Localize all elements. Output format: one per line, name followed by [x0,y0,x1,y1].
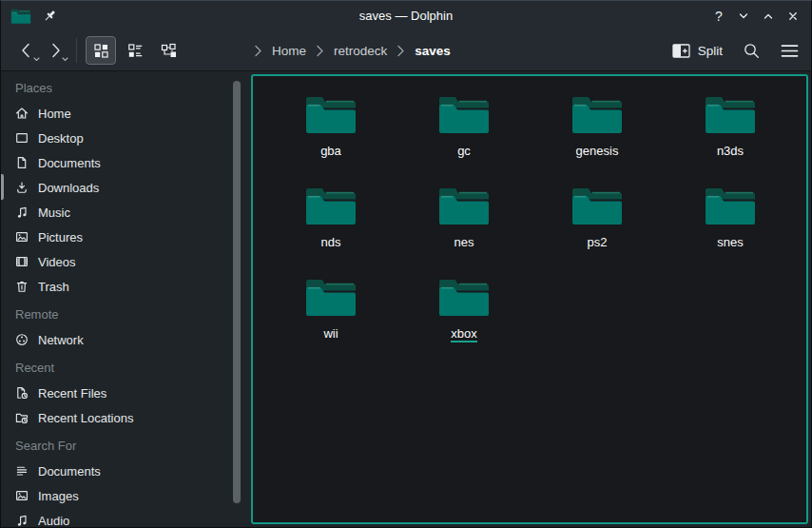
dolphin-window: saves — Dolphin ? [0,0,812,528]
folder-view[interactable]: gbagcgenesisn3dsndsnesps2sneswiixbox [251,74,808,524]
folder-grid: gbagcgenesisn3dsndsnesps2sneswiixbox [264,91,801,365]
sidebar-item-desktop[interactable]: Desktop [1,126,251,150]
folder-nds[interactable]: nds [264,183,397,274]
sidebar-item-videos[interactable]: Videos [1,249,251,274]
folder-gba[interactable]: gba [264,91,397,183]
icons-view-button[interactable] [86,36,116,65]
folder-icon [570,91,624,135]
folder-label: genesis [576,144,619,158]
sidebar-item-label: Images [38,489,79,503]
folder-icon [437,274,491,318]
folder-label: nds [321,235,341,249]
sidebar-item-label: Pictures [38,230,83,244]
folder-wii[interactable]: wii [264,274,397,365]
sidebar-item-label: Trash [38,280,69,294]
split-label: Split [698,44,723,58]
places-list: PlacesHomeDesktopDocumentsDownloadsMusic… [1,72,251,527]
music-icon [14,205,29,220]
folder-icon [304,274,358,318]
folder-icon [570,183,624,226]
breadcrumb-current[interactable]: saves [415,44,451,58]
sidebar-item-recent-files[interactable]: Recent Files [1,381,251,405]
folder-label: gc [457,144,471,158]
sidebar-item-network[interactable]: Network [1,327,251,352]
close-button[interactable] [781,4,805,29]
sidebar-item-label: Home [38,107,71,121]
folder-label: nes [454,235,474,249]
window-title: saves — Dolphin [1,1,811,30]
folder-snes[interactable]: snes [664,183,797,274]
forward-button[interactable] [41,36,69,65]
section-header-remote: Remote [1,303,251,327]
section-header-places: Places [1,76,251,101]
section-header-search-for: Search For [1,434,251,459]
section-search-for: Search ForDocumentsImagesAudio [1,434,251,527]
recent-folder-icon [14,410,29,425]
sidebar-item-documents[interactable]: Documents [1,459,251,483]
sidebar-item-documents[interactable]: Documents [1,150,251,175]
sidebar-item-label: Recent Locations [38,411,133,425]
sidebar-item-label: Audio [38,514,69,528]
window-edge-indicator [1,174,4,200]
sidebar-scrollbar[interactable] [233,81,241,503]
minimize-button[interactable] [731,4,756,29]
sidebar-item-label: Documents [38,156,101,170]
network-icon [14,332,29,347]
desktop-icon [14,130,29,146]
folder-gc[interactable]: gc [397,91,531,183]
breadcrumb-separator-icon [396,45,405,57]
home-icon [14,106,29,121]
breadcrumb-item-retrodeck[interactable]: retrodeck [334,44,387,58]
titlebar[interactable]: saves — Dolphin ? [1,1,811,30]
details-view-button[interactable] [120,36,150,65]
help-button[interactable]: ? [706,4,731,29]
breadcrumb-item-home[interactable]: Home [272,44,306,58]
trash-icon [14,279,29,294]
folder-n3ds[interactable]: n3ds [664,91,797,183]
recent-file-icon [14,385,29,401]
folder-label: xbox [451,326,476,342]
sidebar-item-label: Desktop [38,131,84,146]
folder-label: gba [320,144,341,158]
sidebar-item-trash[interactable]: Trash [1,274,251,299]
back-button[interactable] [12,36,41,65]
hamburger-menu-icon[interactable] [781,44,799,58]
folder-icon [437,183,491,226]
sidebar-item-audio[interactable]: Audio [1,508,251,527]
sidebar-item-label: Downloads [38,181,99,195]
sidebar-item-label: Recent Files [38,386,106,401]
section-places: PlacesHomeDesktopDocumentsDownloadsMusic… [1,76,251,299]
music-icon [14,513,29,527]
search-icon[interactable] [743,42,761,60]
sidebar-item-images[interactable]: Images [1,483,251,508]
breadcrumb: Homeretrodecksaves [254,30,451,70]
sidebar-item-label: Videos [38,255,76,269]
folder-icon [437,91,491,135]
folder-genesis[interactable]: genesis [531,91,664,183]
document-icon [14,155,29,170]
folder-nes[interactable]: nes [397,183,531,274]
toolbar: Homeretrodecksaves Split [1,30,811,71]
split-button[interactable]: Split [672,44,723,58]
maximize-button[interactable] [756,4,781,29]
sidebar-item-recent-locations[interactable]: Recent Locations [1,405,251,430]
folder-xbox[interactable]: xbox [397,274,531,365]
sidebar-item-label: Documents [38,464,101,479]
sidebar-item-label: Music [38,205,70,220]
folder-label: wii [323,326,338,341]
folder-ps2[interactable]: ps2 [531,183,664,274]
doc-lines-icon [14,463,29,479]
folder-label: ps2 [588,235,608,249]
folder-icon [304,183,358,226]
sidebar-item-music[interactable]: Music [1,200,251,225]
folder-icon [704,183,757,226]
sidebar-item-pictures[interactable]: Pictures [1,225,251,249]
tree-view-button[interactable] [154,36,184,65]
sidebar-item-home[interactable]: Home [1,101,251,126]
sidebar-item-downloads[interactable]: Downloads [1,175,251,200]
section-recent: RecentRecent FilesRecent Locations [1,356,251,430]
image-icon [14,229,29,244]
folder-icon [304,91,358,135]
section-remote: RemoteNetwork [1,303,251,352]
sidebar-item-label: Network [38,333,84,347]
